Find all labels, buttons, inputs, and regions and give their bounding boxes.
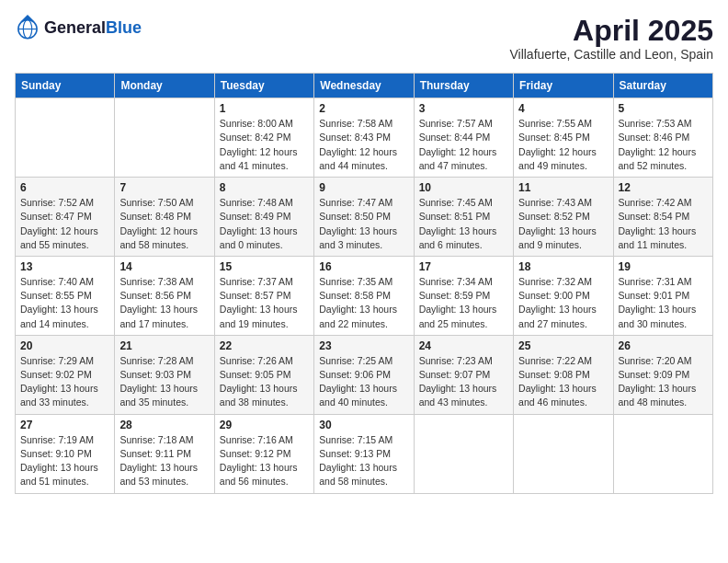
day-info: Sunrise: 7:58 AMSunset: 8:43 PMDaylight:… xyxy=(319,117,408,173)
day-number: 19 xyxy=(619,260,708,273)
calendar-cell: 17Sunrise: 7:34 AMSunset: 8:59 PMDayligh… xyxy=(414,256,513,335)
day-number: 4 xyxy=(518,102,608,115)
day-number: 2 xyxy=(319,102,408,115)
day-number: 5 xyxy=(619,102,708,115)
day-info: Sunrise: 7:32 AMSunset: 9:00 PMDaylight:… xyxy=(518,275,608,331)
calendar-cell xyxy=(115,98,214,178)
calendar-table: SundayMondayTuesdayWednesdayThursdayFrid… xyxy=(15,73,713,493)
day-info: Sunrise: 7:40 AMSunset: 8:55 PMDaylight:… xyxy=(20,275,109,331)
day-number: 15 xyxy=(220,260,309,273)
day-number: 3 xyxy=(419,102,508,115)
calendar-cell: 18Sunrise: 7:32 AMSunset: 9:00 PMDayligh… xyxy=(514,256,613,335)
calendar-cell: 26Sunrise: 7:20 AMSunset: 9:09 PMDayligh… xyxy=(613,335,712,414)
day-header-saturday: Saturday xyxy=(613,74,712,98)
logo: GeneralBlue xyxy=(15,15,142,40)
calendar-cell: 16Sunrise: 7:35 AMSunset: 8:58 PMDayligh… xyxy=(314,256,414,335)
day-info: Sunrise: 7:19 AMSunset: 9:10 PMDaylight:… xyxy=(20,433,109,489)
day-info: Sunrise: 7:22 AMSunset: 9:08 PMDaylight:… xyxy=(518,354,608,410)
day-number: 10 xyxy=(419,181,508,194)
day-info: Sunrise: 7:35 AMSunset: 8:58 PMDaylight:… xyxy=(319,275,408,331)
calendar-cell: 3Sunrise: 7:57 AMSunset: 8:44 PMDaylight… xyxy=(414,98,513,178)
day-info: Sunrise: 7:38 AMSunset: 8:56 PMDaylight:… xyxy=(119,275,209,331)
day-number: 7 xyxy=(119,181,209,194)
day-number: 27 xyxy=(20,419,109,431)
day-info: Sunrise: 7:42 AMSunset: 8:54 PMDaylight:… xyxy=(619,196,708,252)
day-info: Sunrise: 7:28 AMSunset: 9:03 PMDaylight:… xyxy=(119,354,209,410)
calendar-week-row: 6Sunrise: 7:52 AMSunset: 8:47 PMDaylight… xyxy=(16,178,713,257)
logo-blue-text: Blue xyxy=(106,18,142,37)
day-info: Sunrise: 7:48 AMSunset: 8:49 PMDaylight:… xyxy=(220,196,309,252)
day-number: 6 xyxy=(20,181,109,194)
day-number: 18 xyxy=(518,260,608,273)
title-area: April 2025 Villafuerte, Castille and Leo… xyxy=(509,15,713,62)
day-number: 26 xyxy=(619,339,708,352)
calendar-cell: 28Sunrise: 7:18 AMSunset: 9:11 PMDayligh… xyxy=(115,414,214,493)
calendar-cell: 6Sunrise: 7:52 AMSunset: 8:47 PMDaylight… xyxy=(16,178,115,257)
day-header-thursday: Thursday xyxy=(414,74,513,98)
day-number: 1 xyxy=(220,102,309,115)
calendar-cell: 1Sunrise: 8:00 AMSunset: 8:42 PMDaylight… xyxy=(214,98,313,178)
day-info: Sunrise: 7:37 AMSunset: 8:57 PMDaylight:… xyxy=(220,275,309,331)
logo-general-text: General xyxy=(44,18,106,37)
calendar-cell: 9Sunrise: 7:47 AMSunset: 8:50 PMDaylight… xyxy=(314,178,414,257)
day-number: 8 xyxy=(220,181,309,194)
day-info: Sunrise: 7:31 AMSunset: 9:01 PMDaylight:… xyxy=(619,275,708,331)
calendar-cell: 12Sunrise: 7:42 AMSunset: 8:54 PMDayligh… xyxy=(613,178,712,257)
day-number: 17 xyxy=(419,260,508,273)
day-header-wednesday: Wednesday xyxy=(314,74,414,98)
day-info: Sunrise: 7:45 AMSunset: 8:51 PMDaylight:… xyxy=(419,196,508,252)
day-info: Sunrise: 7:20 AMSunset: 9:09 PMDaylight:… xyxy=(619,354,708,410)
calendar-cell: 13Sunrise: 7:40 AMSunset: 8:55 PMDayligh… xyxy=(16,256,115,335)
calendar-cell: 22Sunrise: 7:26 AMSunset: 9:05 PMDayligh… xyxy=(214,335,313,414)
calendar-week-row: 20Sunrise: 7:29 AMSunset: 9:02 PMDayligh… xyxy=(16,335,713,414)
day-info: Sunrise: 7:52 AMSunset: 8:47 PMDaylight:… xyxy=(20,196,109,252)
calendar-cell: 10Sunrise: 7:45 AMSunset: 8:51 PMDayligh… xyxy=(414,178,513,257)
calendar-cell: 21Sunrise: 7:28 AMSunset: 9:03 PMDayligh… xyxy=(115,335,214,414)
day-number: 12 xyxy=(619,181,708,194)
calendar-week-row: 1Sunrise: 8:00 AMSunset: 8:42 PMDaylight… xyxy=(16,98,713,178)
day-header-friday: Friday xyxy=(514,74,613,98)
calendar-cell: 23Sunrise: 7:25 AMSunset: 9:06 PMDayligh… xyxy=(314,335,414,414)
calendar-cell: 2Sunrise: 7:58 AMSunset: 8:43 PMDaylight… xyxy=(314,98,414,178)
day-info: Sunrise: 7:26 AMSunset: 9:05 PMDaylight:… xyxy=(220,354,309,410)
day-info: Sunrise: 7:47 AMSunset: 8:50 PMDaylight:… xyxy=(319,196,408,252)
calendar-header-row: SundayMondayTuesdayWednesdayThursdayFrid… xyxy=(16,74,713,98)
day-number: 14 xyxy=(119,260,209,273)
calendar-cell: 15Sunrise: 7:37 AMSunset: 8:57 PMDayligh… xyxy=(214,256,313,335)
day-header-sunday: Sunday xyxy=(16,74,115,98)
day-number: 20 xyxy=(20,339,109,352)
day-number: 28 xyxy=(119,419,209,431)
day-number: 30 xyxy=(319,419,408,431)
calendar-cell: 14Sunrise: 7:38 AMSunset: 8:56 PMDayligh… xyxy=(115,256,214,335)
day-info: Sunrise: 7:25 AMSunset: 9:06 PMDaylight:… xyxy=(319,354,408,410)
day-header-monday: Monday xyxy=(115,74,214,98)
day-info: Sunrise: 7:43 AMSunset: 8:52 PMDaylight:… xyxy=(518,196,608,252)
logo-icon xyxy=(15,15,40,40)
day-info: Sunrise: 7:34 AMSunset: 8:59 PMDaylight:… xyxy=(419,275,508,331)
day-number: 21 xyxy=(119,339,209,352)
header: GeneralBlue April 2025 Villafuerte, Cast… xyxy=(15,15,713,62)
day-info: Sunrise: 7:55 AMSunset: 8:45 PMDaylight:… xyxy=(518,117,608,173)
calendar-cell: 27Sunrise: 7:19 AMSunset: 9:10 PMDayligh… xyxy=(16,414,115,493)
calendar-cell: 11Sunrise: 7:43 AMSunset: 8:52 PMDayligh… xyxy=(514,178,613,257)
calendar-cell: 5Sunrise: 7:53 AMSunset: 8:46 PMDaylight… xyxy=(613,98,712,178)
calendar-cell xyxy=(414,414,513,493)
calendar-cell: 20Sunrise: 7:29 AMSunset: 9:02 PMDayligh… xyxy=(16,335,115,414)
calendar-cell: 4Sunrise: 7:55 AMSunset: 8:45 PMDaylight… xyxy=(514,98,613,178)
calendar-cell: 19Sunrise: 7:31 AMSunset: 9:01 PMDayligh… xyxy=(613,256,712,335)
day-header-tuesday: Tuesday xyxy=(214,74,313,98)
calendar-cell xyxy=(514,414,613,493)
calendar-cell xyxy=(16,98,115,178)
day-number: 16 xyxy=(319,260,408,273)
location-subtitle: Villafuerte, Castille and Leon, Spain xyxy=(509,47,713,62)
month-title: April 2025 xyxy=(509,15,713,47)
calendar-cell: 30Sunrise: 7:15 AMSunset: 9:13 PMDayligh… xyxy=(314,414,414,493)
day-number: 25 xyxy=(518,339,608,352)
day-info: Sunrise: 7:53 AMSunset: 8:46 PMDaylight:… xyxy=(619,117,708,173)
day-number: 11 xyxy=(518,181,608,194)
calendar-week-row: 27Sunrise: 7:19 AMSunset: 9:10 PMDayligh… xyxy=(16,414,713,493)
day-info: Sunrise: 7:15 AMSunset: 9:13 PMDaylight:… xyxy=(319,433,408,489)
day-number: 9 xyxy=(319,181,408,194)
calendar-cell: 8Sunrise: 7:48 AMSunset: 8:49 PMDaylight… xyxy=(214,178,313,257)
day-number: 23 xyxy=(319,339,408,352)
